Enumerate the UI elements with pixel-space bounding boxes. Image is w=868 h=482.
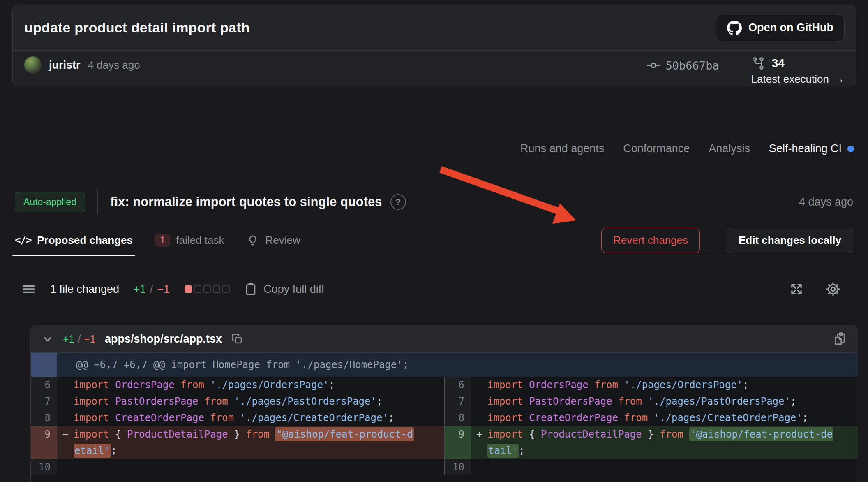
code-token: PastOrdersPage [529,396,618,407]
line-number: 10 [31,459,57,475]
code-token: ; [790,396,796,407]
code-row: tail'; [487,443,848,459]
code-token: from [660,429,689,440]
files-changed-label: 1 file changed [50,283,119,296]
fix-title: fix: normalize import quotes to single q… [110,195,382,209]
line-number: 7 [445,393,471,410]
open-on-github-label: Open on GitHub [748,21,833,34]
code-token: ; [111,445,117,457]
nav-item-runs-and-agents[interactable]: Runs and agents [520,142,604,155]
clipboard-paste-icon[interactable] [832,331,847,346]
code-token: ; [329,379,335,391]
code-token: './pages/PastOrdersPage' [648,396,790,407]
line-number: 7 [31,393,57,410]
commit-hash-link[interactable]: 50b667ba [646,58,719,73]
tab-review[interactable]: Review [246,225,300,256]
code-token: import [487,412,529,424]
expand-icon[interactable] [789,282,804,297]
copy-path-icon[interactable] [231,333,243,345]
gear-icon[interactable] [825,281,841,297]
additions-count: +1 [133,283,146,296]
tab-failed-task[interactable]: 1 failed task [155,225,224,256]
code-token: './pages/CreateOrderPage' [240,412,388,424]
diff-line: 8import CreateOrderPage from './pages/Cr… [31,410,858,426]
commit-card-header: update product detail import path Open o… [13,5,856,51]
code-token: ; [376,396,382,407]
separator: / [150,283,153,296]
code-token: import [74,429,115,440]
code-row [487,459,848,475]
file-deletions: −1 [84,333,96,345]
copy-full-diff-button[interactable]: Copy full diff [244,282,324,296]
file-diff-counts: +1 / −1 [63,333,96,345]
code-token: './pages/PastOrdersPage' [234,396,376,407]
nav-item-conformance[interactable]: Conformance [623,142,690,155]
hunk-gutter [31,353,57,377]
line-number: 9 [445,426,471,459]
code-token: from [246,429,275,440]
active-nav-dot [847,146,854,152]
code-line: import CreateOrderPage from './pages/Cre… [471,410,858,426]
tab-proposed-changes[interactable]: </> Proposed changes [15,225,133,256]
code-row: etail"; [74,443,434,459]
help-icon[interactable]: ? [390,194,406,210]
line-number: 8 [31,410,57,426]
revert-changes-button[interactable]: Revert changes [601,228,700,253]
diff-toolbar: 1 file changed +1 / −1 Copy full diff [12,272,856,306]
code-token: from [624,412,653,424]
code-token: import [74,412,115,424]
latest-execution-link[interactable]: Latest execution → [751,73,845,86]
deletions-count: −1 [157,283,170,296]
code-row: import OrdersPage from './pages/OrdersPa… [487,377,848,393]
code-line: −import { ProductDetailPage } from "@ais… [57,426,444,459]
execution-group: 34 Latest execution → [751,56,845,86]
open-on-github-button[interactable]: Open on GitHub [716,15,845,41]
nav-item-self-healing-ci[interactable]: Self-healing CI [769,142,854,155]
tab-proposed-changes-label: Proposed changes [37,234,133,247]
code-icon: </> [15,234,31,246]
file-header: +1 / −1 apps/shop/src/app.tsx [31,325,858,353]
code-token: from [210,412,240,424]
diff-line: 1010 [31,459,858,475]
fix-time: 4 days ago [799,196,853,209]
code-token: from [204,396,234,407]
active-tab-indicator [12,255,135,256]
commit-hash: 50b667ba [666,59,719,72]
execution-count: 34 [772,57,785,70]
code-line [57,459,444,475]
code-token: './pages/OrdersPage' [624,379,743,391]
code-line: import CreateOrderPage from './pages/Cre… [57,410,444,426]
code-line: +import { ProductDetailPage } from '@ais… [471,426,858,459]
code-token: import [74,396,115,407]
commit-author: juristr [49,56,81,74]
code-token: './pages/OrdersPage' [210,379,329,391]
menu-icon[interactable] [21,282,36,297]
nav-item-label: Runs and agents [520,142,604,155]
diff-panel: +1 / −1 apps/shop/src/app.tsx @@ −6,7 +6… [30,325,858,482]
line-number: 10 [445,459,471,475]
avatar [24,56,42,74]
tab-review-label: Review [265,234,300,247]
diff-cell-ctx: 6import OrdersPage from './pages/OrdersP… [445,377,858,393]
diff-cell-ctx: 8import CreateOrderPage from './pages/Cr… [445,410,858,426]
diff-counts: +1 / −1 [133,283,170,296]
line-number: 8 [445,410,471,426]
line-number: 6 [445,377,471,393]
diff-lines: 6import OrdersPage from './pages/OrdersP… [31,377,858,475]
divider [97,189,98,215]
code-token: import [487,429,529,440]
github-icon [727,21,742,35]
edit-changes-locally-button[interactable]: Edit changes locally [727,228,853,253]
code-row: import CreateOrderPage from './pages/Cre… [74,410,434,426]
line-number: 6 [31,377,57,393]
ratio-square-deletion [185,285,192,293]
chevron-down-icon[interactable] [42,333,54,345]
code-row: import PastOrdersPage from './pages/Past… [487,393,848,410]
ratio-square-empty [213,285,220,293]
code-token: } [642,429,660,440]
code-token: import [487,379,529,391]
fix-header-row: Auto-applied fix: normalize import quote… [12,186,856,218]
changed-token: "@aishop/feat-product-d [275,427,413,441]
page: update product detail import path Open o… [0,0,868,482]
nav-item-analysis[interactable]: Analysis [709,142,750,155]
